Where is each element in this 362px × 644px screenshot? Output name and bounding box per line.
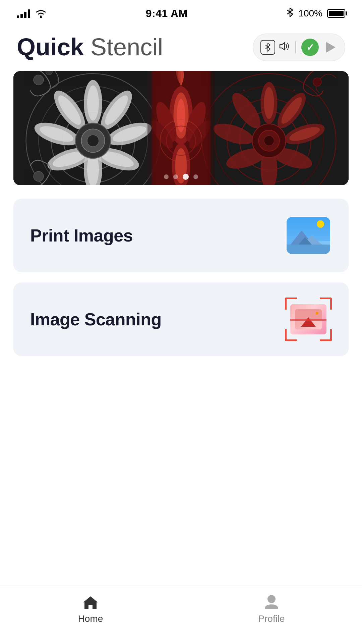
image-scanning-card[interactable]: Image Scanning xyxy=(13,282,349,356)
battery-fill xyxy=(329,11,344,16)
print-images-icon-wrap xyxy=(285,215,332,256)
play-triangle-icon xyxy=(326,42,336,53)
status-time: 9:41 AM xyxy=(146,7,188,20)
svg-point-58 xyxy=(313,78,321,86)
tab-home[interactable]: Home xyxy=(0,594,181,624)
svg-point-31 xyxy=(177,99,185,132)
print-images-card[interactable]: Print Images xyxy=(13,199,349,272)
banner-carousel[interactable] xyxy=(13,71,349,185)
svg-point-62 xyxy=(293,90,295,91)
svg-rect-64 xyxy=(147,71,156,185)
print-images-label: Print Images xyxy=(30,225,133,246)
battery-icon xyxy=(327,9,345,18)
app-title: Quick Stencil xyxy=(17,34,163,60)
svg-point-63 xyxy=(298,96,299,97)
svg-point-27 xyxy=(34,171,44,181)
svg-point-24 xyxy=(87,135,99,147)
profile-tab-icon xyxy=(262,594,281,611)
menu-cards: Print Images Image Scanning xyxy=(0,185,362,356)
tab-profile[interactable]: Profile xyxy=(181,594,362,624)
svg-point-57 xyxy=(264,136,274,146)
battery-percent: 100% xyxy=(298,8,322,19)
ground-layer xyxy=(287,245,330,254)
svg-rect-65 xyxy=(206,71,215,185)
banner-art xyxy=(13,71,349,185)
svg-point-61 xyxy=(239,98,240,100)
scan-line xyxy=(290,319,326,321)
indicator-2[interactable] xyxy=(173,174,178,179)
status-bar: 9:41 AM 100% xyxy=(0,0,362,27)
photo-icon xyxy=(287,217,330,254)
svg-point-0 xyxy=(40,16,42,18)
status-left xyxy=(17,9,47,18)
svg-point-60 xyxy=(247,96,249,97)
svg-point-59 xyxy=(243,90,245,91)
speaker-icon xyxy=(279,41,290,54)
svg-point-7 xyxy=(87,86,99,121)
status-right: 100% xyxy=(286,7,345,20)
indicator-3[interactable] xyxy=(183,174,189,180)
header-divider xyxy=(295,41,296,53)
banner-content xyxy=(13,71,349,185)
bt-symbol-icon xyxy=(260,40,275,55)
scan-photo-dot xyxy=(316,312,318,315)
indicator-1[interactable] xyxy=(164,174,169,179)
connected-check-badge xyxy=(301,39,319,56)
scan-icon xyxy=(285,298,332,341)
tab-bar: Home Profile xyxy=(0,587,362,644)
svg-point-66 xyxy=(267,595,276,603)
play-button[interactable] xyxy=(324,41,338,54)
bluetooth-icon xyxy=(286,7,294,20)
wifi-icon xyxy=(35,9,47,18)
indicator-4[interactable] xyxy=(193,174,198,179)
svg-point-45 xyxy=(264,87,274,119)
bluetooth-chip[interactable] xyxy=(260,40,290,55)
image-scanning-icon-wrap xyxy=(285,299,332,339)
app-title-bold: Quick xyxy=(17,34,84,60)
image-scanning-label: Image Scanning xyxy=(30,309,162,329)
profile-tab-label: Profile xyxy=(258,613,285,624)
signal-bars-icon xyxy=(17,9,30,18)
home-tab-label: Home xyxy=(78,613,103,624)
banner-indicators xyxy=(164,174,198,180)
sun-shape xyxy=(317,220,324,228)
header-controls[interactable] xyxy=(253,34,345,61)
app-title-light: Stencil xyxy=(84,34,163,60)
home-tab-icon xyxy=(81,594,100,611)
scan-photo-mountain xyxy=(301,317,316,327)
svg-point-25 xyxy=(34,75,44,85)
app-header: Quick Stencil xyxy=(0,27,362,71)
